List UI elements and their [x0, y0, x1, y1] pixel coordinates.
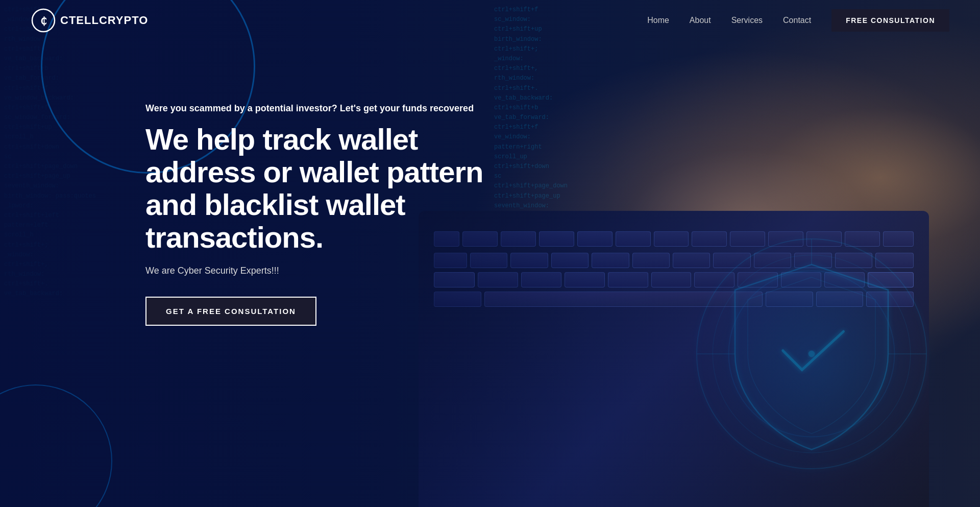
logo-icon: ₵	[31, 8, 56, 33]
hero-cta-button[interactable]: GET A FREE CONSULTATION	[145, 297, 316, 326]
nav-item-contact: Contact	[783, 16, 811, 25]
svg-text:₵: ₵	[40, 15, 47, 27]
logo-text: CTELLCRYPTO	[60, 14, 148, 27]
nav-item-home: Home	[647, 16, 669, 25]
hero-section: ctrl+shift+; _window: ctrl+shift+, rth_w…	[0, 0, 980, 507]
nav-item-cta: FREE CONSULTATION	[831, 9, 949, 32]
logo-link[interactable]: ₵ CTELLCRYPTO	[31, 8, 148, 33]
hero-subtitle: Were you scammed by a potential investor…	[145, 102, 503, 115]
navbar: ₵ CTELLCRYPTO Home About Services Contac…	[0, 0, 980, 41]
nav-item-about: About	[690, 16, 711, 25]
nav-link-services[interactable]: Services	[731, 16, 763, 25]
nav-link-about[interactable]: About	[690, 16, 711, 25]
hero-title: We help track wallet address or wallet p…	[145, 123, 503, 253]
nav-link-contact[interactable]: Contact	[783, 16, 811, 25]
nav-item-services: Services	[731, 16, 763, 25]
nav-link-home[interactable]: Home	[647, 16, 669, 25]
hero-content: Were you scammed by a potential investor…	[145, 102, 503, 326]
free-consultation-button[interactable]: FREE CONSULTATION	[831, 9, 949, 32]
nav-links: Home About Services Contact FREE CONSULT…	[647, 9, 949, 32]
hero-description: We are Cyber Security Experts!!!	[145, 265, 503, 276]
